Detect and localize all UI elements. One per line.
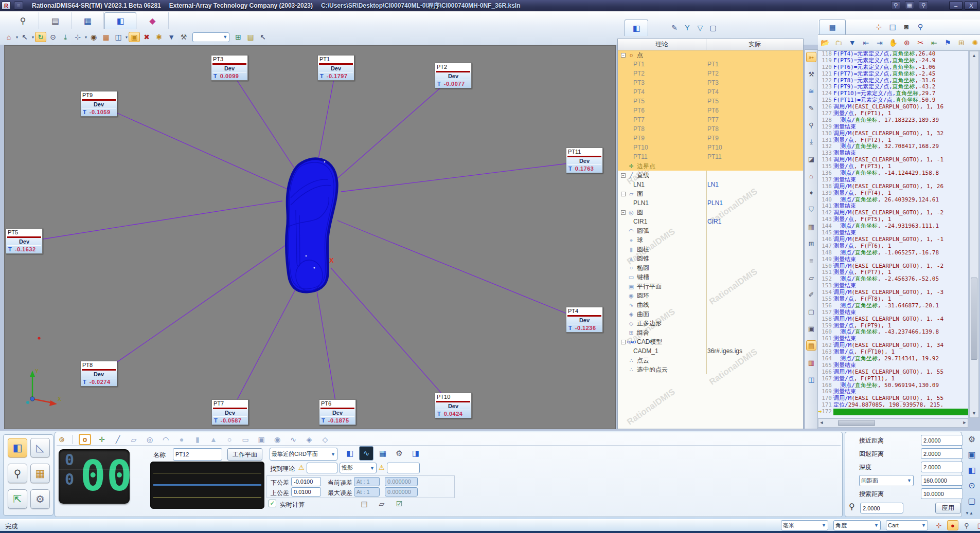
doc-hammer-icon[interactable]: ⚒ <box>806 69 816 79</box>
feature-tree-tab[interactable]: ◧ <box>625 20 648 36</box>
zoom-window-button[interactable]: ⊙ <box>47 32 59 42</box>
tree-row-点[interactable]: −o点 <box>618 50 803 60</box>
arrow-down-box-icon[interactable]: ⤓ <box>806 137 816 147</box>
expander-icon[interactable]: − <box>621 340 626 344</box>
cad-model-insole[interactable] <box>286 159 337 292</box>
eraser-icon[interactable]: ▱ <box>377 499 387 509</box>
monitor2-icon[interactable]: ▢ <box>967 495 977 506</box>
motion-field-input-0[interactable] <box>921 435 963 446</box>
speed-input[interactable] <box>860 503 903 513</box>
cylinder-tool[interactable]: ▮ <box>192 434 203 445</box>
machine-icon[interactable]: ⚙ <box>967 434 977 444</box>
tree-row-正多边形[interactable]: ◇正多边形 <box>618 319 803 328</box>
plane-tool[interactable]: ▱ <box>129 434 139 445</box>
code-line-163[interactable]: 163测量/点, F(PT10), 1 <box>818 349 968 356</box>
back-doc-button[interactable]: ⇤ <box>929 38 939 48</box>
code-line-139[interactable]: 139测量/点, F(PT4), 1 <box>818 190 968 197</box>
indent-button[interactable]: ⇥ <box>875 38 885 48</box>
tree-row-曲面[interactable]: ◈曲面 <box>618 309 803 319</box>
probe-link-icon[interactable]: ⚲ <box>919 1 928 9</box>
pause-hand-button[interactable]: ✋ <box>888 38 899 48</box>
pin-icon[interactable]: ➳ <box>806 52 816 62</box>
probe-small-button[interactable]: ⚲ <box>961 520 972 530</box>
code-line-136[interactable]: 136 测点/直角坐标, -14.124429,158.8 <box>818 170 968 177</box>
tree-row-圆弧[interactable]: ◠圆弧 <box>618 226 803 235</box>
machine-setup-button[interactable]: ⚙ <box>30 489 50 509</box>
select-cursor-button[interactable]: ↖ <box>19 32 30 42</box>
pencil-icon[interactable]: ✐ <box>806 289 816 300</box>
cube-list-tab[interactable]: ◨ <box>408 446 423 461</box>
tree-row-PT4[interactable]: PT4PT4 <box>618 87 803 97</box>
callout-PT1[interactable]: PT1DevT-0.1797 <box>317 55 354 81</box>
tree-row-键槽[interactable]: ▭键槽 <box>618 272 803 282</box>
code-line-156[interactable]: 156 测点/直角坐标, -31.646877,-20.1 <box>818 303 968 309</box>
tree-row-组合[interactable]: ⊞组合 <box>618 328 803 337</box>
cone-tool[interactable]: ▲ <box>208 434 219 445</box>
motion-field-input-3[interactable] <box>921 475 963 486</box>
callout-PT4[interactable]: PT4DevT-0.1236 <box>566 307 603 333</box>
code-line-159[interactable]: 159测量/点, F(PT9), 1 <box>818 323 968 329</box>
upper-tol-input[interactable] <box>291 487 321 497</box>
code-line-166[interactable]: 166调用/M(EASI_CLEARPLN_GOTO), 1, 55 <box>818 369 968 376</box>
motion-field-input-1[interactable] <box>921 448 963 459</box>
code-line-138[interactable]: 138调用/M(EASI_CLEARPLN_GOTO), 1, 26 <box>818 183 968 190</box>
tree-row-直线[interactable]: −╱直线 <box>618 171 803 180</box>
plane-tool-icon[interactable]: ◪ <box>806 154 816 164</box>
tree-row-椭圆[interactable]: ○椭圆 <box>618 263 803 272</box>
tree-row-PT6[interactable]: PT6PT6 <box>618 106 803 115</box>
parallel-planes-tool[interactable]: ▣ <box>256 434 266 445</box>
tree-row-圆环[interactable]: ◉圆环 <box>618 291 803 300</box>
layout-lock-button[interactable]: ▣ <box>129 32 140 42</box>
layers-icon[interactable]: ≋ <box>806 86 816 96</box>
code-line-172[interactable]: →172 <box>818 409 968 415</box>
code-line-142[interactable]: 142调用/M(EASI_CLEARPLN_GOTO), 1, -2 <box>818 210 968 216</box>
xyz-axes-button[interactable]: ⇱ <box>8 489 27 509</box>
window-menu-icon[interactable]: ≡ <box>14 2 23 10</box>
realtime-checkbox[interactable]: ✓ <box>269 500 276 507</box>
code-line-164[interactable]: 164 测点/直角坐标, 29.714341,-19.92 <box>818 356 968 362</box>
callout-PT6[interactable]: PT6DevT-0.1875 <box>319 399 356 425</box>
lines-icon[interactable]: ≡ <box>806 255 816 266</box>
workplane-button[interactable]: 工作平面 <box>227 448 262 461</box>
code-line-123[interactable]: 123F(PT9)=元素定义/点,直角坐标,-43.2 <box>818 84 968 90</box>
code-line-131[interactable]: 131测量/点, F(PT2), 1 <box>818 137 968 144</box>
callout-PT5[interactable]: PT5DevT-0.1632 <box>6 228 43 254</box>
graph-tab[interactable]: ∿ <box>359 446 373 461</box>
code-line-165[interactable]: 165测量结束 <box>818 362 968 369</box>
report-tab[interactable]: ▤ <box>40 12 72 29</box>
funnel-icon[interactable]: ▽ <box>694 23 706 33</box>
edit-doc-icon[interactable]: ✎ <box>806 103 816 113</box>
tree-row-PT11[interactable]: PT11PT11 <box>618 152 803 161</box>
projection-input[interactable] <box>387 463 420 473</box>
code-line-127[interactable]: 127测量/点, F(PT1), 1 <box>818 111 968 117</box>
tree-row-PT9[interactable]: PT9PT9 <box>618 134 803 143</box>
code-line-146[interactable]: 146调用/M(EASI_CLEARPLN_GOTO), 1, -1 <box>818 236 968 243</box>
axes-dropdown-arrow[interactable]: ▾ <box>85 35 87 40</box>
line-tool[interactable]: ╱ <box>113 434 123 445</box>
code-line-144[interactable]: 144 测点/直角坐标, -24.931963,111.1 <box>818 223 968 230</box>
callout-PT8[interactable]: PT8DevT-0.0274 <box>80 361 117 387</box>
tree-row-PT5[interactable]: PT5PT5 <box>618 97 803 106</box>
save-view-button[interactable]: ▼ <box>166 32 177 42</box>
point-tool[interactable]: o <box>79 434 91 445</box>
u-tool-icon[interactable]: ⛉ <box>806 205 816 215</box>
flag-button[interactable]: ⚑ <box>943 38 953 48</box>
home-small-icon[interactable]: ⌂ <box>806 171 816 181</box>
code-line-135[interactable]: 135测量/点, F(PT3), 1 <box>818 163 968 170</box>
home-dropdown-arrow[interactable]: ▾ <box>16 35 18 40</box>
list-icon[interactable]: ▤ <box>887 22 898 32</box>
tree-row-CIR1[interactable]: CIR1CIR1 <box>618 217 803 226</box>
tree-row-CADM_1[interactable]: CADM_136r#.iges.igs <box>618 346 803 356</box>
axes-icon[interactable]: ⊹ <box>874 22 884 32</box>
insert-doc-button[interactable]: ⊞ <box>956 38 967 48</box>
code-hscrollbar[interactable]: ◄ ► <box>818 418 968 428</box>
model-tab[interactable]: ◧ <box>104 12 136 29</box>
graphics-viewport[interactable]: X Y X PT3DevT0.0099PT1DevT-0.1797PT2DevT… <box>4 45 616 429</box>
table-add-icon[interactable]: ⊞ <box>806 238 816 249</box>
tree-row-LN1[interactable]: LN1LN1 <box>618 180 803 189</box>
tree-row-CAD模型[interactable]: −CADCAD模型 <box>618 337 803 346</box>
code-line-150[interactable]: 150调用/M(EASI_CLEARPLN_GOTO), 1, -2 <box>818 263 968 270</box>
code-line-167[interactable]: 167测量/点, F(PT11), 1 <box>818 376 968 382</box>
expander-icon[interactable]: − <box>621 210 626 215</box>
table-export-button[interactable]: ⊞ <box>233 32 244 42</box>
